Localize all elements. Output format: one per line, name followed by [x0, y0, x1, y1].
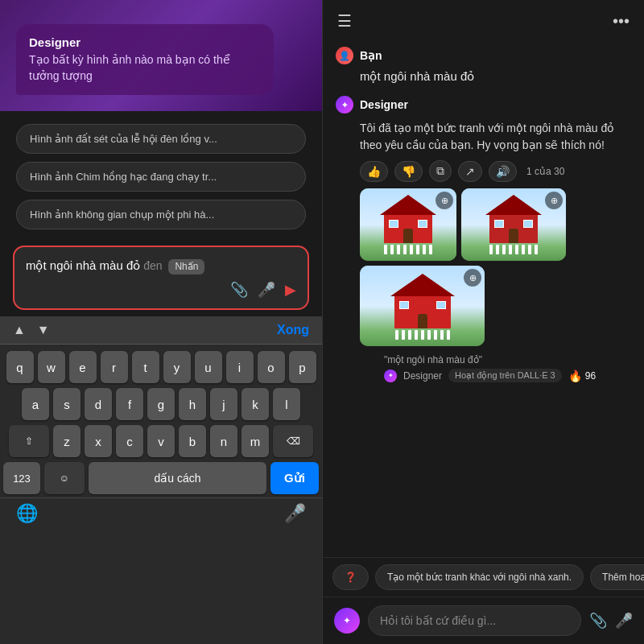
- suggestion-pill-1[interactable]: Hình ảnh đất sét của lễ hội đèn lồng v..…: [16, 124, 306, 154]
- key-row-1: q w e r t y u i o p: [3, 351, 319, 383]
- left-panel: Designer Tạo bất kỳ hình ảnh nào mà bạn …: [0, 0, 322, 644]
- thumbs-down-btn[interactable]: 👎: [394, 161, 423, 182]
- suggestion-pill-2[interactable]: Hình ảnh Chim hồng hạc đang chạy tr...: [16, 162, 306, 192]
- user-message-block: 👤 Bạn một ngôi nhà màu đỏ: [336, 47, 631, 85]
- credit-name: Designer: [403, 370, 442, 382]
- reaction-bar: 👍 👎 ⧉ ↗ 🔊 1 của 30: [336, 160, 631, 182]
- right-input-bar: ✦ Hỏi tôi bất cứ điều gì... 📎 🎤: [323, 597, 644, 644]
- key-p[interactable]: p: [289, 351, 316, 383]
- key-n[interactable]: n: [210, 425, 237, 457]
- keyboard-nav-arrows: ▲ ▼: [13, 323, 50, 337]
- generated-image-2[interactable]: ⊕: [461, 188, 566, 261]
- key-h[interactable]: h: [179, 388, 206, 420]
- key-s[interactable]: s: [53, 388, 80, 420]
- right-panel: ☰ ••• 👤 Bạn một ngôi nhà màu đỏ ✦ Design…: [322, 0, 644, 644]
- designer-bubble-text: Tạo bất kỳ hình ảnh nào mà bạn có thể tư…: [29, 52, 261, 84]
- copy-btn[interactable]: ⧉: [429, 160, 452, 182]
- keyboard-done-button[interactable]: Xong: [277, 323, 309, 337]
- key-k[interactable]: k: [242, 388, 269, 420]
- key-space[interactable]: dấu cách: [89, 462, 266, 494]
- key-l[interactable]: l: [273, 388, 300, 420]
- house-window-left-2: [494, 220, 504, 228]
- more-icon[interactable]: •••: [613, 12, 630, 31]
- designer-label: ✦ Designer: [336, 96, 631, 114]
- key-q[interactable]: q: [6, 351, 34, 383]
- globe-icon[interactable]: 🌐: [16, 503, 38, 524]
- house-roof-3: [390, 274, 455, 296]
- key-f[interactable]: f: [116, 388, 143, 420]
- audio-btn[interactable]: 🔊: [489, 161, 517, 182]
- credit-dalle-badge: Hoạt động trên DALL·E 3: [448, 369, 562, 382]
- key-r[interactable]: r: [101, 351, 128, 383]
- house-walls-1: [384, 215, 432, 243]
- house-walls-3: [394, 296, 451, 328]
- key-j[interactable]: j: [210, 388, 237, 420]
- user-avatar: 👤: [336, 47, 353, 64]
- right-mic-icon[interactable]: 🎤: [615, 612, 633, 630]
- key-b[interactable]: b: [179, 425, 206, 457]
- generated-image-1[interactable]: ⊕: [360, 188, 456, 261]
- share-btn[interactable]: ↗: [458, 161, 482, 182]
- key-y[interactable]: y: [163, 351, 191, 383]
- key-o[interactable]: o: [258, 351, 285, 383]
- right-input-placeholder: Hỏi tôi bất cứ điều gì...: [380, 614, 496, 627]
- key-v[interactable]: v: [147, 425, 175, 457]
- image-grid-top-row: ⊕: [360, 188, 631, 261]
- right-designer-avatar: ✦: [334, 608, 360, 634]
- designer-bubble-title: Designer: [29, 35, 261, 49]
- arrow-up[interactable]: ▲: [13, 323, 26, 337]
- key-g[interactable]: g: [147, 388, 175, 420]
- key-u[interactable]: u: [195, 351, 222, 383]
- generated-image-3[interactable]: ⊕: [360, 266, 485, 346]
- quick-suggestions-bar: ❓ Tạo một bức tranh khác với ngôi nhà xa…: [323, 557, 644, 597]
- right-input-icons: 📎 🎤: [589, 612, 633, 630]
- key-send[interactable]: Gửi: [270, 462, 319, 494]
- help-icon-pill[interactable]: ❓: [332, 564, 369, 590]
- house-body-3: [390, 274, 455, 340]
- send-icon[interactable]: ▶: [285, 281, 296, 299]
- designer-intro-bubble: Designer Tạo bất kỳ hình ảnh nào mà bạn …: [16, 24, 274, 95]
- right-input-field[interactable]: Hỏi tôi bất cứ điều gì...: [368, 605, 581, 636]
- right-header: ☰ •••: [323, 0, 644, 39]
- attach-icon[interactable]: 📎: [230, 281, 248, 299]
- right-attach-icon[interactable]: 📎: [589, 612, 607, 630]
- key-e[interactable]: e: [69, 351, 97, 383]
- key-shift[interactable]: ⇧: [9, 425, 49, 457]
- image-overlay-icon-3[interactable]: ⊕: [464, 269, 481, 287]
- quick-suggestion-1[interactable]: Tạo một bức tranh khác với ngôi nhà xanh…: [375, 564, 584, 590]
- keyboard-keys: q w e r t y u i o p a s d f g h j k: [0, 345, 322, 497]
- key-c[interactable]: c: [116, 425, 143, 457]
- right-chat-area: 👤 Bạn một ngôi nhà màu đỏ ✦ Designer Tôi…: [323, 39, 644, 557]
- key-x[interactable]: x: [85, 425, 112, 457]
- quick-suggestion-2[interactable]: Thêm hoa: [590, 564, 644, 590]
- fence-1: [384, 245, 432, 254]
- input-autocomplete-text: đen Nhấn: [140, 259, 204, 272]
- thumbs-up-btn[interactable]: 👍: [360, 161, 388, 182]
- key-a[interactable]: a: [22, 388, 49, 420]
- key-w[interactable]: w: [38, 351, 65, 383]
- key-z[interactable]: z: [53, 425, 80, 457]
- designer-avatar: ✦: [336, 96, 353, 114]
- arrow-down[interactable]: ▼: [37, 323, 50, 337]
- image-caption: "một ngôi nhà màu đỏ": [360, 354, 631, 365]
- image-overlay-icon-2[interactable]: ⊕: [545, 192, 563, 209]
- image-overlay-icon-1[interactable]: ⊕: [436, 192, 453, 209]
- autocomplete-badge: Nhấn: [168, 259, 204, 275]
- key-delete[interactable]: ⌫: [273, 425, 313, 457]
- key-m[interactable]: m: [242, 425, 269, 457]
- suggestion-pill-3[interactable]: Hình ảnh không gian chụp một phi hà...: [16, 200, 306, 229]
- key-t[interactable]: t: [132, 351, 159, 383]
- assistant-message-block: ✦ Designer Tôi đã tạo một bức tranh với …: [336, 96, 631, 382]
- key-i[interactable]: i: [226, 351, 254, 383]
- chat-input-area[interactable]: một ngôi nhà màu đỏ đen Nhấn 📎 🎤 ▶: [13, 246, 309, 310]
- bottom-mic-icon[interactable]: 🎤: [284, 503, 306, 524]
- mic-icon[interactable]: 🎤: [258, 281, 275, 299]
- key-d[interactable]: d: [85, 388, 112, 420]
- house-roof-1: [380, 195, 436, 215]
- keyboard-toolbar: ▲ ▼ Xong: [0, 316, 322, 345]
- key-emoji[interactable]: ☺: [44, 462, 85, 494]
- house-roof-2: [485, 195, 542, 215]
- key-numbers[interactable]: 123: [3, 462, 40, 494]
- question-icon: ❓: [345, 572, 357, 583]
- menu-icon[interactable]: ☰: [337, 11, 352, 31]
